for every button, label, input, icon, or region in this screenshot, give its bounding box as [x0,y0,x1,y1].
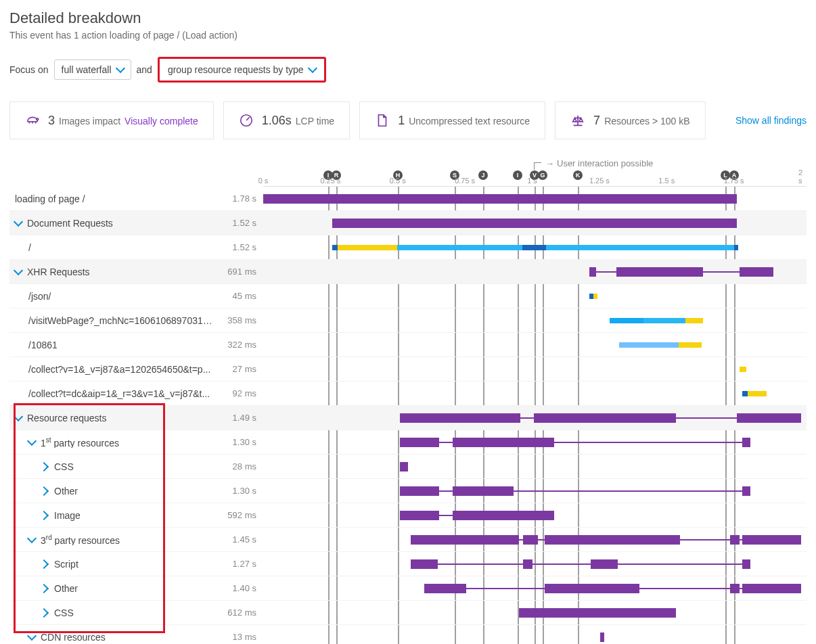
timing-bar [610,318,643,323]
timeline-header: → User interaction possible IRHSJIVGKLA … [263,158,807,187]
timing-bar [332,245,338,250]
row-timing: 1.78 s [212,193,263,204]
timing-bar [411,535,519,545]
chevron-down-icon[interactable] [14,218,23,227]
focus-dropdown[interactable]: full waterfall [54,60,131,80]
waterfall-row[interactable]: 3rd party resources1.45 s [9,528,807,552]
row-timing: 1.30 s [212,486,263,496]
timing-bar [639,588,730,589]
metric-lcp[interactable]: 1.06s LCP time [223,101,350,139]
row-timing: 358 ms [212,315,263,325]
timing-bar [397,245,522,250]
timing-bar [338,245,397,250]
waterfall-row[interactable]: /collect?t=dc&aip=1&_r=3&v=1&_v=j87&t...… [9,382,807,406]
waterfall-row[interactable]: Other1.30 s [9,479,807,503]
row-label: /collect?t=dc&aip=1&_r=3&v=1&_v=j87&t... [28,388,210,399]
waterfall-row[interactable]: /json/45 ms [9,284,807,308]
time-tick: 0.75 s [455,177,475,185]
timing-bar [411,559,438,569]
timing-bar [400,486,439,496]
waterfall-row[interactable]: CDN resources13 ms [9,625,807,644]
waterfall-row[interactable]: loading of page /1.78 s [9,187,807,211]
turtle-icon [25,113,40,128]
waterfall-row[interactable]: Resource requests1.49 s [9,406,807,430]
row-bars [263,601,807,624]
timing-bar [453,438,554,447]
chevron-right-icon[interactable] [39,559,49,568]
row-timing: 92 ms [212,388,263,398]
metric-num: 1.06s [262,114,292,128]
timing-bar [522,245,546,250]
timing-bar [439,515,453,516]
row-label: 3rd party resources [41,534,120,546]
waterfall-row[interactable]: Other1.40 s [9,576,807,601]
chevron-down-icon[interactable] [27,436,37,446]
timing-bar [734,245,738,250]
waterfall-row[interactable]: /10861322 ms [9,333,807,357]
metric-images-impact[interactable]: 3 Images impact Visually complete [9,101,214,139]
row-label: /json/ [28,291,51,302]
waterfall-row[interactable]: /1.52 s [9,235,807,260]
row-label: XHR Requests [27,267,90,277]
metric-uncompressed[interactable]: 1 Uncompressed text resource [359,101,545,139]
metric-label: Images impact [59,116,120,127]
chevron-right-icon[interactable] [39,461,49,471]
waterfall-row[interactable]: Document Requests1.52 s [9,211,807,235]
scale-icon [570,113,585,128]
metric-large-resources[interactable]: 7 Resources > 100 kB [555,101,705,139]
waterfall-row[interactable]: /visitWebPage?_mchNc=1606106897031&...35… [9,308,807,333]
show-all-findings-link[interactable]: Show all findings [735,114,807,127]
timing-bar [748,391,767,396]
chevron-down-icon[interactable] [27,632,37,641]
chevron-right-icon[interactable] [39,510,49,520]
row-bars [263,455,807,478]
row-bars [263,503,807,527]
timing-bar [400,438,439,447]
chevron-down-icon [308,64,317,73]
row-timing: 1.40 s [212,583,263,593]
chevron-right-icon[interactable] [39,607,49,617]
timing-bar [554,442,742,443]
timing-bar [676,417,737,419]
metric-label: LCP time [296,116,334,127]
metric-num: 3 [48,114,55,128]
row-timing: 13 ms [212,632,263,642]
waterfall-row[interactable]: 1st party resources1.30 s [9,430,807,455]
timing-bar [742,438,750,447]
time-tick: 0.5 s [390,177,406,185]
group-dropdown[interactable]: group resource requests by type [158,57,326,83]
chevron-down-icon[interactable] [14,413,23,421]
row-bars [263,528,807,551]
metric-link[interactable]: Visually complete [124,116,198,127]
metric-num: 7 [593,114,600,128]
waterfall-row[interactable]: Image592 ms [9,503,807,528]
row-label: Image [54,510,81,521]
timing-bar [600,632,604,642]
timing-bar [742,559,750,569]
waterfall-row[interactable]: CSS612 ms [9,601,807,625]
timing-bar [546,245,734,250]
row-bars [263,406,807,430]
timing-bar [400,462,408,472]
row-timing: 1.30 s [212,437,263,447]
row-label: Other [54,486,78,497]
and-label: and [137,64,152,75]
focus-label: Focus on [9,64,49,75]
waterfall-row[interactable]: /collect?v=1&_v=j87&a=1202654650&t=p...2… [9,357,807,382]
chevron-down-icon[interactable] [27,534,37,543]
chevron-right-icon[interactable] [39,486,49,495]
timing-bar [520,417,534,419]
timing-bar [618,564,742,565]
chevron-down-icon [115,64,124,73]
row-bars [263,430,807,454]
page-subtitle: This event has 1 action loading of page … [9,30,807,41]
timing-bar [703,271,740,273]
waterfall-row[interactable]: XHR Requests691 ms [9,260,807,284]
waterfall-row[interactable]: Script1.27 s [9,552,807,576]
gauge-icon [239,113,254,128]
row-bars [263,382,807,405]
chevron-right-icon[interactable] [39,583,49,593]
waterfall-row[interactable]: CSS28 ms [9,455,807,479]
chevron-down-icon[interactable] [14,267,23,275]
timing-bar [453,486,514,496]
